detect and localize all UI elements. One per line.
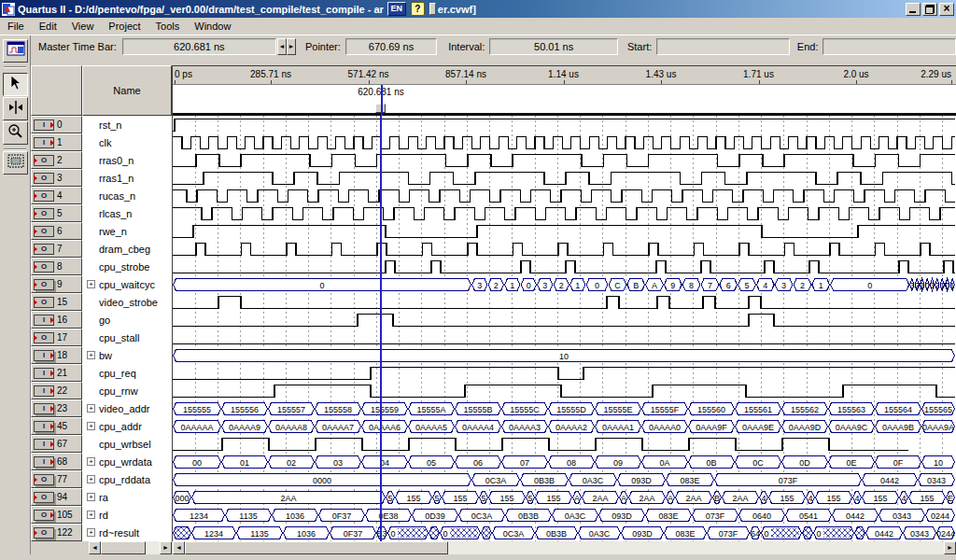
menu-file[interactable]: File	[0, 19, 32, 34]
menu-window[interactable]: Window	[187, 19, 238, 34]
minimize-button[interactable]	[906, 3, 921, 16]
signal-handle[interactable]: O5	[31, 204, 82, 222]
signal-name-cell[interactable]: +cpu_wrdata	[82, 453, 172, 470]
signal-name-cell[interactable]: +cpu_addr	[82, 417, 172, 435]
signal-handle[interactable]: I67	[31, 435, 82, 453]
signal-name-cell[interactable]: rucas_n	[82, 187, 172, 204]
signal-handle[interactable]: O105	[31, 506, 82, 524]
signal-name-cell[interactable]: rst_n	[82, 116, 172, 133]
expand-plus-icon[interactable]: +	[87, 528, 95, 537]
expand-plus-icon[interactable]: +	[87, 511, 95, 519]
signal-name-cell[interactable]: +cpu_rddata	[82, 470, 172, 488]
signal-handle[interactable]: O6	[31, 222, 82, 240]
language-indicator[interactable]: EN	[387, 2, 406, 16]
signal-name-cell[interactable]: rwe_n	[82, 222, 172, 240]
signal-name-cell[interactable]: cpu_wrbsel	[82, 435, 172, 453]
svg-text:0A3C: 0A3C	[589, 529, 611, 539]
signal-name-cell[interactable]: rras0_n	[82, 151, 172, 169]
menu-project[interactable]: Project	[101, 19, 148, 34]
signal-handle[interactable]: O3	[31, 169, 82, 187]
signal-handle[interactable]: O17	[31, 329, 82, 346]
time-ruler[interactable]: 0 ps285.71 ns571.42 ns857.14 ns1.14 us1.…	[173, 65, 956, 85]
signal-handle[interactable]: I23	[31, 399, 82, 417]
scroll-right-icon[interactable]: ►	[944, 541, 956, 554]
language-bar-grip[interactable]	[429, 3, 436, 15]
output-pin-icon: O	[34, 244, 54, 255]
svg-text:5: 5	[481, 494, 485, 503]
signal-handle[interactable]: I16	[31, 311, 82, 329]
signal-name-cell[interactable]: cpu_rnw	[82, 382, 172, 399]
signal-handle[interactable]: I45	[31, 417, 82, 435]
signal-name-cell[interactable]: cpu_strobe	[82, 258, 172, 275]
waveform-editor-button[interactable]	[3, 39, 28, 63]
signal-handle[interactable]: O4	[31, 187, 82, 204]
close-button[interactable]: ×	[939, 3, 954, 16]
signal-handle[interactable]: I1	[31, 133, 82, 151]
time-spin-left-icon[interactable]: ◄	[277, 38, 287, 55]
signal-name-cell[interactable]: dram_cbeg	[82, 240, 172, 258]
signal-name-cell[interactable]: cpu_stall	[82, 329, 172, 346]
signal-handle[interactable]: I18	[31, 346, 82, 364]
expand-plus-icon[interactable]: +	[87, 351, 95, 359]
expand-plus-icon[interactable]: +	[87, 475, 95, 483]
signal-handle[interactable]: I22	[31, 382, 82, 399]
signal-row-ra: O94+ra	[31, 488, 172, 506]
signal-name-cell[interactable]: rlcas_n	[82, 204, 172, 222]
signal-name-cell[interactable]: go	[82, 311, 172, 329]
signal-handle[interactable]: I68	[31, 453, 82, 470]
signal-name-cell[interactable]: clk	[82, 133, 172, 151]
signal-name-cell[interactable]: +bw	[82, 346, 172, 364]
signal-name-cell[interactable]: video_strobe	[82, 293, 172, 311]
signal-handle[interactable]: O8	[31, 258, 82, 275]
ruler-tick-mark	[564, 80, 565, 84]
svg-text:3: 3	[542, 281, 547, 290]
svg-text:0640: 0640	[752, 511, 771, 521]
signal-name-cell[interactable]: +video_addr	[82, 399, 172, 417]
signal-name-cell[interactable]: +rd	[82, 506, 172, 524]
menu-tools[interactable]: Tools	[148, 19, 188, 34]
expand-plus-icon[interactable]: +	[87, 280, 95, 288]
master-time-bar-field[interactable]: 620.681 ns	[122, 38, 276, 55]
signal-handle[interactable]: I0	[31, 116, 82, 133]
start-field[interactable]	[656, 38, 790, 55]
signal-handle[interactable]: O77	[31, 470, 82, 488]
signal-name-cell[interactable]: +rd~result	[82, 524, 172, 541]
expand-plus-icon[interactable]: +	[87, 493, 95, 501]
menu-view[interactable]: View	[64, 19, 102, 34]
waveform-edit-tool-button[interactable]	[3, 97, 28, 120]
selection-tool-button[interactable]	[3, 73, 28, 96]
scroll-left-icon[interactable]: ◄	[173, 541, 185, 554]
signal-handle[interactable]: O9	[31, 275, 82, 293]
svg-text:155: 155	[453, 494, 467, 503]
name-panel-hscrollbar[interactable]: ◄ ►	[89, 541, 172, 554]
signal-name-cell[interactable]: cpu_req	[82, 364, 172, 382]
scroll-right-icon[interactable]: ►	[160, 541, 172, 554]
full-screen-button[interactable]	[3, 151, 28, 175]
restore-button[interactable]	[922, 3, 937, 16]
expand-plus-icon[interactable]: +	[87, 422, 95, 430]
signal-handle[interactable]: I21	[31, 364, 82, 382]
signal-handle[interactable]: O94	[31, 488, 82, 506]
expand-plus-icon[interactable]: +	[87, 404, 95, 413]
signal-handle[interactable]: O122	[31, 524, 82, 541]
zoom-tool-button[interactable]	[3, 121, 28, 145]
waveform-canvas[interactable]: 032103210CBA9876543210321032101101555551…	[173, 116, 956, 541]
signal-handle[interactable]: O2	[31, 151, 82, 169]
help-icon[interactable]: ?	[411, 2, 425, 16]
menu-edit[interactable]: Edit	[32, 19, 64, 34]
master-bar-strip[interactable]: 620.681 ns	[173, 85, 956, 113]
svg-text:1: 1	[575, 281, 580, 290]
signal-handle[interactable]: O7	[31, 240, 82, 258]
scroll-left-icon[interactable]: ◄	[89, 541, 101, 554]
svg-text:0AAAA0: 0AAAA0	[649, 423, 681, 432]
time-spin-right-icon[interactable]: ►	[287, 38, 296, 55]
end-field[interactable]	[822, 38, 956, 55]
signal-name-cell[interactable]: +ra	[82, 488, 172, 506]
signal-handle[interactable]: O15	[31, 293, 82, 311]
wave-scroll-thumb[interactable]	[185, 541, 448, 554]
signal-name-cell[interactable]: rras1_n	[82, 169, 172, 187]
expand-plus-icon[interactable]: +	[87, 457, 95, 466]
signal-name-cell[interactable]: +cpu_waitcyc	[82, 275, 172, 293]
waveform-hscrollbar[interactable]: ◄ ►	[173, 541, 956, 554]
name-scroll-thumb[interactable]	[101, 541, 146, 554]
